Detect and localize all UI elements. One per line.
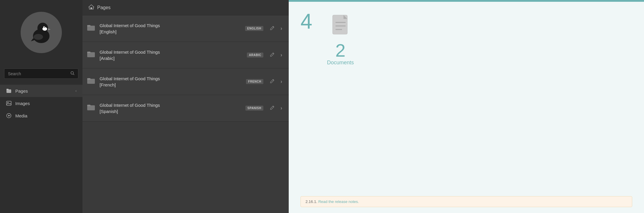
- page-name-french: Global Internet of Good Things[French]: [100, 76, 246, 88]
- svg-rect-23: [87, 78, 90, 80]
- svg-rect-11: [6, 89, 9, 90]
- stat2-label: Documents: [327, 60, 354, 66]
- sidebar-item-pages[interactable]: Pages ‹: [0, 85, 82, 97]
- sidebar: Pages ‹ Images Media: [0, 0, 82, 213]
- search-input[interactable]: [8, 71, 69, 76]
- release-version-suffix: .16.1.: [308, 199, 317, 204]
- avatar: [21, 12, 62, 53]
- page-name-spanish: Global Internet of Good Things[Spanish]: [100, 102, 245, 114]
- release-link[interactable]: Read the release notes.: [318, 199, 359, 204]
- search-button[interactable]: [70, 71, 75, 76]
- svg-rect-25: [87, 105, 90, 106]
- media-icon: [6, 113, 12, 118]
- lang-badge-english: ENGLISH: [245, 26, 263, 31]
- edit-button-spanish[interactable]: [268, 104, 276, 113]
- page-name-english: Global Internet of Good Things[English]: [100, 22, 245, 35]
- arrow-button-arabic[interactable]: ›: [279, 50, 284, 60]
- svg-rect-19: [87, 25, 90, 27]
- folder-icon-english: [87, 24, 95, 33]
- main-content: 4 2 Documents 2.16.1. Read the release n…: [289, 0, 644, 213]
- svg-rect-12: [6, 101, 11, 105]
- logo-area: [0, 0, 82, 65]
- folder-icon-spanish: [87, 104, 95, 112]
- search-icon: [70, 71, 75, 75]
- stats-area: 4 2 Documents: [289, 2, 644, 75]
- edit-button-english[interactable]: [268, 24, 276, 33]
- document-icon: [330, 14, 351, 38]
- images-label: Images: [15, 101, 77, 106]
- pages-folder-icon: [6, 88, 12, 94]
- stat1-number: 4: [300, 11, 312, 32]
- svg-line-9: [73, 74, 75, 75]
- svg-marker-15: [8, 115, 10, 117]
- edit-button-french[interactable]: [268, 77, 276, 86]
- svg-marker-3: [48, 28, 51, 30]
- page-row-arabic[interactable]: Global Internet of Good Things[Arabic] A…: [82, 42, 289, 68]
- svg-point-5: [44, 27, 45, 28]
- sidebar-item-images[interactable]: Images: [0, 97, 82, 109]
- stat-block-2: 2 Documents: [327, 11, 354, 66]
- page-row-french[interactable]: Global Internet of Good Things[French] F…: [82, 68, 289, 95]
- search-area: [0, 65, 82, 82]
- svg-point-6: [34, 34, 43, 40]
- pages-label: Pages: [15, 89, 75, 94]
- lang-badge-spanish: SPANISH: [245, 106, 263, 111]
- images-icon: [6, 101, 12, 106]
- arrow-button-spanish[interactable]: ›: [279, 103, 284, 113]
- main-nav: Pages ‹ Images Media: [0, 85, 82, 122]
- release-notice: 2.16.1. Read the release notes.: [300, 196, 632, 207]
- pages-title: Pages: [97, 5, 110, 10]
- pages-panel: Pages Global Internet of Good Things[Eng…: [82, 0, 289, 213]
- stat-block-1: 4: [300, 11, 312, 32]
- svg-point-8: [71, 72, 74, 74]
- sidebar-item-media[interactable]: Media: [0, 109, 82, 122]
- media-label: Media: [15, 113, 77, 118]
- edit-button-arabic[interactable]: [268, 50, 276, 60]
- arrow-button-french[interactable]: ›: [279, 77, 284, 86]
- search-box[interactable]: [4, 68, 78, 79]
- stat2-number: 2: [335, 41, 345, 60]
- pages-list: Global Internet of Good Things[English] …: [82, 15, 289, 213]
- page-row-english[interactable]: Global Internet of Good Things[English] …: [82, 15, 289, 42]
- arrow-button-english[interactable]: ›: [279, 24, 284, 33]
- home-icon: [88, 4, 94, 11]
- svg-rect-17: [90, 7, 92, 9]
- bird-icon: [27, 18, 56, 47]
- pages-header: Pages: [82, 0, 289, 15]
- svg-rect-21: [87, 52, 90, 53]
- folder-icon-french: [87, 78, 95, 86]
- pages-chevron-icon: ‹: [75, 89, 77, 93]
- lang-badge-french: FRENCH: [246, 79, 263, 84]
- lang-badge-arabic: ARABIC: [247, 53, 263, 58]
- folder-icon-arabic: [87, 51, 95, 59]
- page-row-spanish[interactable]: Global Internet of Good Things[Spanish] …: [82, 95, 289, 122]
- page-name-arabic: Global Internet of Good Things[Arabic]: [100, 49, 247, 61]
